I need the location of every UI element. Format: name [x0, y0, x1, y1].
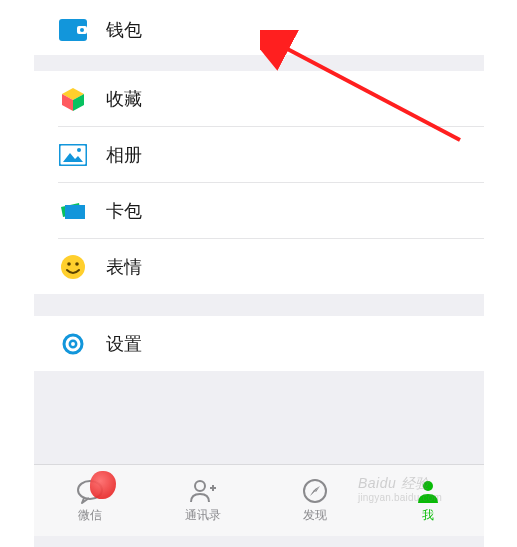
row-cards-label: 卡包: [106, 199, 142, 223]
section-gap: [34, 371, 484, 426]
svg-point-13: [75, 262, 79, 266]
row-wallet[interactable]: 钱包: [34, 0, 484, 55]
tab-me-label: 我: [422, 507, 434, 524]
me-screen: 钱包 收藏 相册: [34, 0, 484, 547]
group-collection: 收藏 相册 卡包: [34, 71, 484, 294]
svg-point-24: [423, 481, 433, 491]
svg-marker-23: [310, 486, 320, 496]
row-stickers-label: 表情: [106, 255, 142, 279]
row-favorites[interactable]: 收藏: [34, 71, 484, 126]
svg-marker-10: [65, 205, 85, 219]
tab-chat[interactable]: 微信: [34, 465, 147, 536]
row-favorites-label: 收藏: [106, 87, 142, 111]
tab-contacts[interactable]: 通讯录: [147, 465, 260, 536]
svg-point-17: [195, 481, 205, 491]
group-settings: 设置: [34, 316, 484, 371]
tab-chat-label: 微信: [78, 507, 102, 524]
svg-point-15: [70, 340, 76, 346]
section-gap: [34, 294, 484, 316]
svg-point-12: [67, 262, 71, 266]
row-settings[interactable]: 设置: [34, 316, 484, 371]
tab-me[interactable]: 我: [372, 465, 485, 536]
row-stickers[interactable]: 表情: [34, 239, 484, 294]
svg-point-2: [80, 28, 84, 32]
person-icon: [413, 478, 443, 504]
notification-badge: [90, 471, 116, 499]
row-album-label: 相册: [106, 143, 142, 167]
row-album[interactable]: 相册: [34, 127, 484, 182]
cards-icon: [58, 196, 88, 226]
tab-discover[interactable]: 发现: [259, 465, 372, 536]
photo-icon: [58, 140, 88, 170]
tab-contacts-label: 通讯录: [185, 507, 221, 524]
wallet-icon: [58, 15, 88, 45]
gear-icon: [58, 329, 88, 359]
contacts-icon: [188, 478, 218, 504]
row-settings-label: 设置: [106, 332, 142, 356]
tab-discover-label: 发现: [303, 507, 327, 524]
group-wallet: 钱包: [34, 0, 484, 55]
svg-rect-6: [60, 144, 87, 165]
row-wallet-label: 钱包: [106, 18, 142, 42]
cube-icon: [58, 84, 88, 114]
svg-point-14: [64, 335, 82, 353]
row-cards[interactable]: 卡包: [34, 183, 484, 238]
section-gap: [34, 55, 484, 71]
compass-icon: [300, 478, 330, 504]
svg-point-11: [61, 255, 85, 279]
bottom-tabbar: 微信 通讯录 发现: [34, 464, 484, 536]
smiley-icon: [58, 252, 88, 282]
svg-point-8: [77, 148, 81, 152]
